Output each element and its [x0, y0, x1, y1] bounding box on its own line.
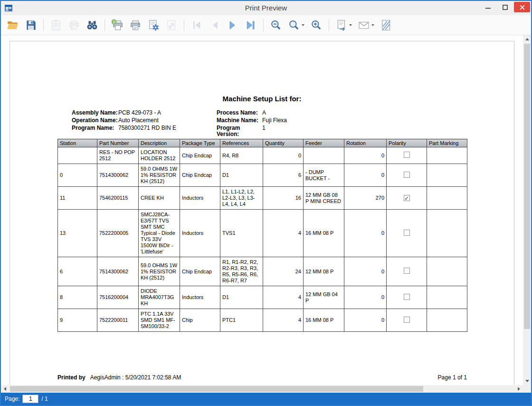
previous-page-button [208, 18, 222, 32]
table-row: 87516200004DIODE MRA4007T3G KHInductorsD… [58, 286, 467, 309]
cell-part-number: 7514300062 [97, 164, 139, 187]
cell-part-marking [427, 164, 467, 187]
cell-feeder [304, 147, 344, 164]
meta-label: Program Version: [217, 125, 262, 137]
watermark-button[interactable] [379, 18, 393, 32]
column-header-package-type: Package Type [180, 139, 220, 147]
cell-rotation: 0 [344, 286, 387, 309]
cell-references: PTC1 [220, 309, 263, 332]
cell-rotation: 0 [344, 257, 387, 286]
vertical-scroll-thumb[interactable] [524, 44, 530, 329]
toolbar-separator [104, 19, 105, 31]
zoom-out-button[interactable] [269, 18, 283, 32]
window-controls [480, 1, 531, 12]
binoculars-icon [86, 19, 98, 31]
scroll-up-arrow-icon[interactable] [523, 35, 531, 43]
cell-part-marking [427, 187, 467, 210]
vertical-scrollbar[interactable] [523, 35, 531, 385]
table-row: RES - NO POP 2512LOCATION HOLDER 2512Chi… [58, 147, 467, 164]
watermark-icon [380, 19, 392, 31]
meta-value: PCB 429-073 - A [118, 110, 161, 116]
scroll-left-arrow-icon[interactable] [1, 385, 9, 393]
printer-refresh-icon [111, 19, 124, 31]
scroll-down-arrow-icon[interactable] [523, 377, 531, 385]
next-page-button[interactable] [226, 18, 240, 32]
meta-value: 1 [262, 125, 266, 137]
cell-part-number: 7522200011 [97, 309, 139, 332]
dropdown-caret-icon[interactable] [349, 24, 352, 26]
open-button[interactable] [6, 18, 20, 32]
cell-quantity: 4 [263, 210, 304, 257]
preview-area: Machine Setup List for: Assembly Name:PC… [1, 35, 531, 385]
horizontal-scrollbar[interactable] [1, 385, 531, 393]
cell-references: L1, L1-L2, L2, L2-L3, L3, L3-L4, L4, L4 [220, 187, 263, 210]
zoom-in-button[interactable] [309, 18, 323, 32]
meta-column-right: Process Name:AMachine Name:Fuji FlexaPro… [217, 110, 287, 139]
page-total: / 1 [41, 396, 48, 402]
page-setup-button[interactable] [146, 18, 161, 32]
cell-feeder: - DUMP BUCKET - [304, 164, 344, 187]
open-folder-icon [7, 19, 19, 31]
save-button[interactable] [24, 18, 38, 32]
minimize-button[interactable] [480, 2, 496, 12]
horizontal-scroll-track[interactable] [9, 385, 515, 393]
last-page-button[interactable] [244, 18, 258, 32]
find-button[interactable] [85, 18, 99, 32]
cell-feeder: 12 MM GB 04 P [304, 286, 344, 309]
meta-row: Process Name:A [217, 110, 287, 116]
report-footer: Printed byAegisAdmin : 5/20/2021 7:02:58… [57, 374, 467, 381]
cell-part-marking [427, 147, 467, 164]
dropdown-caret-icon[interactable] [371, 24, 374, 26]
cell-description: 59.0 OHMS 1W 1% RESISTOR KH (2512) [139, 257, 180, 286]
horizontal-scroll-thumb[interactable] [10, 386, 423, 392]
polarity-checkbox [404, 152, 410, 158]
zoom-out-icon [270, 19, 282, 31]
cell-polarity: ✓ [387, 187, 427, 210]
page-number-input[interactable] [22, 395, 38, 403]
cell-description: PTC 1.1A 33V SMD SM1 MF-SM100/33-2 [139, 309, 180, 332]
cell-quantity: 6 [263, 164, 304, 187]
cell-references: D1 [220, 164, 263, 187]
cell-package-type: Chip Endcap [180, 147, 220, 164]
cell-part-number: RES - NO POP 2512 [97, 147, 139, 164]
cell-package-type: Chip [180, 309, 220, 332]
export-button[interactable] [334, 18, 353, 32]
printed-by-label: Printed by [57, 374, 86, 381]
polarity-checkbox: ✓ [404, 195, 410, 201]
maximize-button[interactable] [497, 2, 513, 12]
toolbar-separator [263, 19, 264, 31]
meta-label: Machine Name: [217, 117, 262, 124]
dropdown-caret-icon[interactable] [302, 24, 304, 26]
magnifier-icon [288, 19, 300, 31]
page-setup-icon [147, 19, 160, 31]
cell-description: DIODE MRA4007T3G KH [139, 286, 180, 309]
clipboard-icon [50, 19, 62, 31]
export-document-icon [335, 19, 348, 31]
cell-feeder: 16 MM 08 P [304, 210, 344, 257]
close-button[interactable] [514, 2, 530, 12]
zoom-button[interactable] [287, 18, 305, 32]
toolbar [1, 15, 531, 35]
meta-column-left: Assembly Name:PCB 429-073 - AOperation N… [72, 110, 176, 133]
titlebar[interactable]: Print Preview [1, 1, 531, 15]
print-button[interactable] [128, 18, 142, 32]
meta-row: Program Name:7580300271 RD BIN E [72, 125, 176, 131]
cell-station: 11 [58, 187, 97, 210]
meta-value: 7580300271 RD BIN E [118, 125, 176, 131]
cell-feeder: 12 MM 08 P [304, 257, 344, 286]
print-dialog-button[interactable] [110, 18, 124, 32]
toolbar-separator [43, 19, 44, 31]
printed-by: Printed byAegisAdmin : 5/20/2021 7:02:58… [57, 374, 181, 381]
meta-row: Program Version:1 [217, 125, 287, 137]
cell-part-number: 7546200115 [97, 187, 139, 210]
cell-polarity [387, 257, 427, 286]
cell-quantity: 4 [263, 286, 304, 309]
scroll-right-arrow-icon[interactable] [515, 385, 523, 393]
cell-part-number: 7514300062 [97, 257, 139, 286]
cell-description: SMCJ28CA-E3/57T TVS SMT SMC Typical - Di… [139, 210, 180, 257]
send-email-button[interactable] [357, 18, 375, 32]
column-header-description: Description [139, 139, 180, 147]
scrollbar-corner [523, 385, 531, 393]
cell-station: 0 [58, 164, 97, 187]
cell-package-type: Inductors [180, 187, 220, 210]
